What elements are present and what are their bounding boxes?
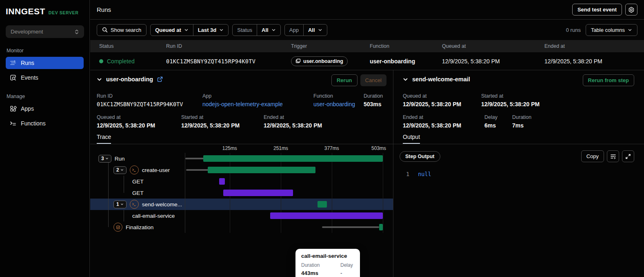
- word-wrap-button[interactable]: [607, 150, 619, 162]
- column-header-trigger: Trigger: [282, 43, 361, 49]
- settings-button[interactable]: [625, 4, 637, 16]
- trace-bar[interactable]: [208, 167, 315, 173]
- inngest-dev-server-app: INNGEST DEV SERVER Development Monitor R…: [0, 0, 644, 277]
- search-icon: [102, 27, 108, 33]
- queued-at-cell: 12/9/2025, 5:38:20 PM: [433, 58, 535, 65]
- trace-row-finalization[interactable]: Finalization: [90, 221, 393, 233]
- trigger-cell: user.onboarding: [282, 56, 361, 66]
- chevron-down-icon: [318, 28, 322, 32]
- trace-bar[interactable]: [186, 169, 209, 171]
- trace-row-send-welcome-email[interactable]: 1 send-welcome...: [90, 199, 393, 210]
- trace-bar[interactable]: [318, 201, 327, 208]
- run-table-row[interactable]: Completed 01KC1ZMSBNY9ZQT415RP94K0TV use…: [90, 52, 644, 70]
- sidebar-item-label: Runs: [21, 60, 34, 66]
- trace-bar[interactable]: [322, 226, 379, 228]
- workspace-select-value: Development: [11, 29, 43, 35]
- time-filter: Queued at Last 3d: [150, 24, 229, 36]
- tab-output[interactable]: Output: [403, 134, 420, 144]
- trace-row-get-1[interactable]: GET: [90, 176, 393, 187]
- sidebar-item-apps[interactable]: Apps: [6, 103, 84, 115]
- word-wrap-icon: [610, 153, 616, 159]
- apps-icon: [9, 105, 17, 112]
- collapse-count-badge[interactable]: 3: [98, 155, 111, 163]
- app-filter: App All: [284, 24, 327, 36]
- updown-chevron-icon: [74, 29, 79, 35]
- run-id-cell: 01KC1ZMSBNY9ZQT415RP94K0TV: [157, 58, 282, 65]
- step-run-icon: [130, 165, 139, 174]
- field-run-id: Run ID 01KC1ZMSBNY9ZQT415RP94K0TV: [97, 93, 183, 107]
- sidebar-item-events[interactable]: Events: [6, 71, 84, 84]
- tab-trace[interactable]: Trace: [97, 134, 111, 144]
- sidebar-item-functions[interactable]: Functions: [6, 117, 84, 130]
- function-link[interactable]: user-onboarding: [313, 101, 355, 107]
- trace-bar[interactable]: [185, 158, 204, 159]
- page-title: Runs: [97, 6, 111, 13]
- chevron-down-icon: [271, 28, 276, 32]
- trace-time-axis: 125ms251ms377ms503ms: [180, 144, 383, 153]
- status-filter: Status All: [232, 24, 280, 36]
- rerun-button[interactable]: Rerun: [331, 74, 358, 86]
- run-detail-panel: user-onboarding Rerun Cancel Run ID 01KC…: [90, 70, 393, 277]
- logo: INNGEST DEV SERVER: [6, 7, 84, 16]
- output-code-line: 1 null: [406, 171, 431, 177]
- finalization-icon: [113, 223, 122, 232]
- field-step-delay: Delay 6ms: [484, 114, 497, 129]
- external-link-icon[interactable]: [157, 76, 163, 82]
- runs-icon: [9, 59, 17, 67]
- main-area: Runs Send test event Show search Queued …: [90, 0, 644, 277]
- copy-button[interactable]: Copy: [581, 150, 604, 162]
- trace-rows: 3 Run 2 create-user: [90, 153, 393, 233]
- expand-button[interactable]: [622, 150, 634, 162]
- sidebar-item-label: Events: [21, 74, 38, 81]
- line-number: 1: [406, 171, 409, 177]
- trace-bar[interactable]: [379, 224, 383, 230]
- app-link[interactable]: nodejs-open-telemetry-example: [202, 101, 283, 107]
- table-columns-button[interactable]: Table columns: [586, 24, 637, 36]
- rerun-from-step-button[interactable]: Rerun from step: [583, 74, 634, 86]
- tooltip-title: call-email-service: [301, 253, 354, 259]
- trace-bar[interactable]: [270, 212, 383, 219]
- trace-bar[interactable]: [223, 190, 293, 196]
- events-icon: [9, 74, 17, 81]
- chevron-down-icon: [628, 28, 632, 32]
- collapse-count-badge[interactable]: 2: [113, 166, 127, 174]
- field-step-ended-at: Ended at 12/9/2025, 5:38:20 PM: [403, 114, 461, 129]
- field-step-duration: Duration 7ms: [512, 114, 531, 129]
- chevron-down-icon: [105, 157, 109, 160]
- trace-bar[interactable]: [203, 155, 383, 162]
- trace-row-call-email-service[interactable]: call-email-service: [90, 210, 393, 221]
- app-filter-select[interactable]: All: [303, 25, 327, 36]
- column-header-status: Status: [90, 43, 157, 49]
- collapse-chevron-icon[interactable]: [97, 77, 102, 82]
- trace-bar[interactable]: [219, 178, 225, 185]
- status-filter-label: Status: [233, 25, 257, 36]
- trace-row-create-user[interactable]: 2 create-user: [90, 164, 393, 176]
- column-header-function: Function: [361, 43, 433, 49]
- chevron-down-icon: [120, 203, 124, 206]
- collapse-count-badge[interactable]: 1: [113, 201, 127, 208]
- workspace-select[interactable]: Development: [6, 25, 84, 38]
- send-test-event-button[interactable]: Send test event: [572, 4, 622, 16]
- manage-section-label: Manage: [6, 94, 84, 99]
- chevron-down-icon: [184, 28, 189, 32]
- trace-row-get-2[interactable]: GET: [90, 187, 393, 199]
- collapse-chevron-icon[interactable]: [403, 77, 408, 82]
- monitor-section-label: Monitor: [6, 48, 84, 54]
- trace-row-run[interactable]: 3 Run: [90, 153, 393, 164]
- ended-at-cell: 12/9/2025, 5:38:20 PM: [535, 58, 644, 65]
- sidebar-item-runs[interactable]: Runs: [6, 57, 84, 69]
- event-icon: [295, 58, 301, 64]
- time-field-select[interactable]: Queued at: [151, 25, 193, 36]
- time-range-select[interactable]: Last 3d: [193, 25, 229, 36]
- show-search-button[interactable]: Show search: [97, 24, 147, 36]
- cancel-button[interactable]: Cancel: [360, 74, 386, 86]
- field-step-queued-at: Queued at 12/9/2025, 5:38:20 PM: [403, 93, 461, 107]
- step-output-badge[interactable]: Step Output: [400, 151, 440, 162]
- column-header-queued-at: Queued at: [433, 43, 535, 49]
- gear-icon: [628, 7, 635, 13]
- status-filter-select[interactable]: All: [257, 25, 280, 36]
- trigger-pill[interactable]: user.onboarding: [291, 56, 348, 66]
- output-value: null: [418, 171, 431, 177]
- column-header-ended-at: Ended at: [535, 43, 644, 49]
- column-header-run-id: Run ID: [157, 43, 282, 49]
